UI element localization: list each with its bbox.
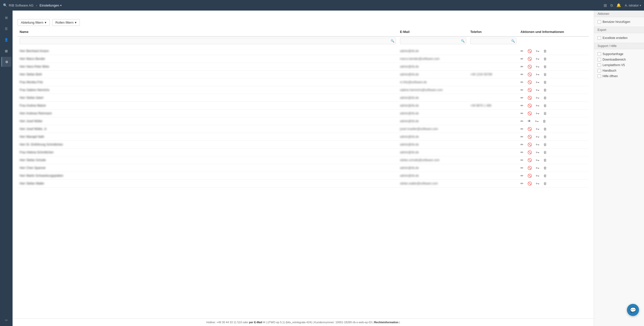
key-icon[interactable]: 🗝 [536, 65, 539, 69]
eye-closed-icon[interactable]: 🚫 [528, 158, 532, 162]
edit-icon[interactable]: ✏ [520, 104, 523, 108]
delete-icon[interactable]: 🗑 [543, 174, 547, 178]
eye-closed-icon[interactable]: 🚫 [528, 150, 532, 154]
user-menu[interactable]: A. istrator ▾ [625, 4, 641, 7]
delete-icon[interactable]: 🗑 [543, 143, 547, 147]
delete-icon[interactable]: 🗑 [543, 158, 547, 162]
edit-icon[interactable]: ✏ [520, 150, 523, 154]
delete-icon[interactable]: 🗑 [543, 104, 547, 108]
phone-search-input[interactable] [470, 38, 516, 44]
eye-closed-icon[interactable]: 🚫 [528, 181, 532, 185]
bell-icon[interactable]: 🔔 [616, 3, 621, 8]
sidebar-item-calendar[interactable]: ▦ [1, 46, 11, 56]
eye-closed-icon[interactable]: 🚫 [528, 104, 532, 108]
cell-email: admin@rib.de [398, 63, 468, 70]
eye-closed-icon[interactable]: 🚫 [528, 143, 532, 147]
edit-icon[interactable]: ✏ [520, 166, 523, 170]
sidebar-item-menu[interactable]: ☰ [1, 24, 11, 34]
eye-closed-icon[interactable]: 🚫 [528, 57, 532, 61]
delete-icon[interactable]: 🗑 [543, 88, 547, 92]
support-item[interactable]: Handbuch [598, 68, 640, 73]
eye-closed-icon[interactable]: 🚫 [528, 80, 532, 84]
eye-closed-icon[interactable]: 🚫 [528, 166, 532, 170]
edit-icon[interactable]: ✏ [520, 181, 523, 185]
key-icon[interactable]: 🗝 [536, 127, 539, 131]
edit-icon[interactable]: ✏ [520, 174, 523, 178]
key-icon[interactable]: 🗝 [535, 119, 539, 123]
edit-icon[interactable]: ✏ [520, 143, 523, 147]
support-item[interactable]: Lernplattform V5 [598, 62, 640, 68]
eye-closed-icon[interactable]: 🚫 [528, 65, 532, 69]
edit-icon[interactable]: ✏ [520, 49, 523, 53]
department-filter-button[interactable]: Abteilung filtern ▾ [18, 19, 50, 26]
key-icon[interactable]: 🗝 [536, 96, 539, 100]
delete-icon[interactable]: 🗑 [543, 57, 547, 61]
key-icon[interactable]: 🗝 [536, 181, 539, 185]
key-icon[interactable]: 🗝 [536, 174, 539, 178]
footer-legal-link[interactable]: Rechteinformation [374, 321, 398, 324]
edit-icon[interactable]: ✏ [520, 88, 523, 92]
eye-closed-icon[interactable]: 🚫 [528, 88, 532, 92]
delete-icon[interactable]: 🗑 [543, 127, 547, 131]
email-search-input[interactable] [400, 38, 466, 44]
edit-icon[interactable]: ✏ [520, 57, 523, 61]
key-icon[interactable]: 🗝 [536, 88, 539, 92]
breadcrumb-root[interactable]: RIB Software AG [9, 4, 33, 7]
delete-icon[interactable]: 🗑 [543, 119, 546, 123]
key-icon[interactable]: 🗝 [536, 166, 539, 170]
delete-icon[interactable]: 🗑 [543, 111, 547, 115]
key-icon[interactable]: 🗝 [536, 111, 539, 115]
edit-icon[interactable]: ✏ [520, 158, 523, 162]
key-icon[interactable]: 🗝 [536, 150, 539, 154]
name-search-input[interactable] [20, 38, 396, 44]
key-icon[interactable]: 🗝 [536, 104, 539, 108]
excelliste-erstellen-item[interactable]: Excelliste erstellen [598, 35, 640, 41]
delete-icon[interactable]: 🗑 [543, 181, 547, 185]
sidebar-item-logout[interactable]: ⇦ [1, 315, 11, 325]
checkbox-icon [598, 52, 601, 56]
key-icon[interactable]: 🗝 [536, 72, 539, 76]
support-item[interactable]: Hilfe öffnen [598, 73, 640, 79]
footer-email-link[interactable]: per E-Mail [249, 321, 262, 324]
key-icon[interactable]: 🗝 [536, 158, 539, 162]
support-item[interactable]: Supportanfrage [598, 51, 640, 57]
edit-icon[interactable]: ✏ [520, 127, 523, 131]
edit-icon[interactable]: ✏ [520, 65, 523, 69]
edit-icon[interactable]: ✏ [520, 135, 523, 139]
sidebar-item-dashboard[interactable]: ⊞ [1, 13, 11, 23]
eye-closed-icon[interactable]: 🚫 [528, 135, 532, 139]
eye-closed-icon[interactable]: 🚫 [528, 72, 532, 76]
eye-open-icon[interactable]: 👁 [528, 119, 531, 123]
delete-icon[interactable]: 🗑 [543, 96, 547, 100]
roles-filter-button[interactable]: Rollen filtern ▾ [52, 19, 80, 26]
edit-icon[interactable]: ✏ [520, 111, 523, 115]
key-icon[interactable]: 🗝 [536, 57, 539, 61]
copy-icon[interactable]: ⧉ [610, 3, 613, 8]
delete-icon[interactable]: 🗑 [543, 166, 547, 170]
support-item[interactable]: Downloadbereich [598, 57, 640, 62]
grid-icon[interactable]: ⊞ [604, 3, 607, 8]
edit-icon[interactable]: ✏ [520, 96, 523, 100]
eye-closed-icon[interactable]: 🚫 [528, 174, 532, 178]
eye-closed-icon[interactable]: 🚫 [528, 49, 532, 53]
eye-closed-icon[interactable]: 🚫 [528, 111, 532, 115]
key-icon[interactable]: 🗝 [536, 135, 539, 139]
delete-icon[interactable]: 🗑 [543, 72, 547, 76]
eye-closed-icon[interactable]: 🚫 [528, 127, 532, 131]
sidebar-item-settings[interactable]: ⚙ [1, 57, 11, 67]
eye-closed-icon[interactable]: 🚫 [528, 96, 532, 100]
key-icon[interactable]: 🗝 [536, 143, 539, 147]
delete-icon[interactable]: 🗑 [543, 135, 547, 139]
delete-icon[interactable]: 🗑 [543, 150, 547, 154]
edit-icon[interactable]: ✏ [520, 119, 523, 123]
edit-icon[interactable]: ✏ [520, 72, 523, 76]
delete-icon[interactable]: 🗑 [543, 65, 547, 69]
delete-icon[interactable]: 🗑 [543, 49, 547, 53]
benutzer-hinzufuegen-item[interactable]: Benutzer hinzufügen [598, 19, 640, 25]
key-icon[interactable]: 🗝 [536, 49, 539, 53]
chat-fab-button[interactable]: 💬 [627, 304, 639, 316]
delete-icon[interactable]: 🗑 [543, 80, 547, 84]
sidebar-item-users[interactable]: 👤 [1, 35, 11, 45]
key-icon[interactable]: 🗝 [536, 80, 539, 84]
edit-icon[interactable]: ✏ [520, 80, 523, 84]
